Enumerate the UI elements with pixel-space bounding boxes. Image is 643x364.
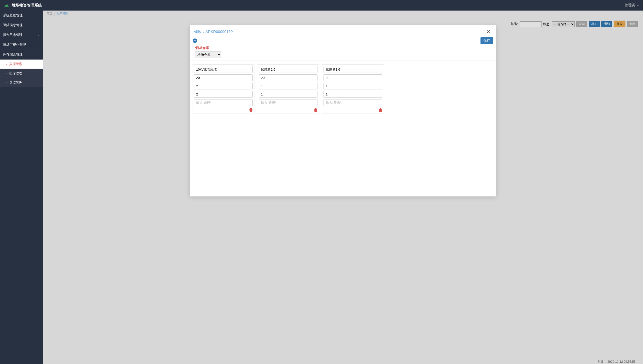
chevron-right-icon: › — [6, 63, 7, 66]
item-field-3[interactable] — [194, 91, 253, 98]
submenu-inbound[interactable]: › 入库管理 — [0, 60, 43, 69]
modal-record-id: ARKD00000150 — [205, 29, 233, 34]
item-barcode-input[interactable] — [194, 99, 253, 106]
modal-title: 修改：ARKD00000150 — [194, 29, 233, 34]
chevron-down-icon: ⌄ — [38, 34, 40, 36]
submenu-outbound[interactable]: › 出库管理 — [0, 69, 43, 78]
menu-op-log[interactable]: 操作日志管理 ⌄ — [0, 30, 43, 40]
main-content: 首页 | 入库管理 单号: 状态: ----请选择---- 查询 增加 明细 修… — [43, 11, 643, 364]
chevron-up-icon: ⌃ — [38, 53, 40, 56]
item-field-1[interactable] — [324, 74, 382, 81]
user-label: 管理员 — [625, 3, 635, 8]
item-name-input[interactable] — [259, 66, 317, 73]
modal-header: 修改：ARKD00000150 ✕ — [190, 25, 496, 36]
submenu-label: 出库管理 — [9, 71, 22, 76]
logo-icon — [4, 3, 9, 8]
menu-system-base[interactable]: 系统基础管理 ⌄ — [0, 11, 43, 20]
trash-icon[interactable] — [314, 108, 317, 112]
submenu-stocktake[interactable]: › 盘点管理 — [0, 78, 43, 87]
target-warehouse-label: *目标仓库 — [195, 46, 491, 50]
app-title: 堆场物资管理系统 — [12, 3, 42, 8]
target-warehouse-select[interactable]: 堆场仓库 — [195, 51, 221, 58]
topbar-left: 堆场物资管理系统 — [4, 3, 42, 8]
close-icon[interactable]: ✕ — [485, 29, 492, 35]
caret-down-icon: ▼ — [637, 4, 639, 7]
chevron-right-icon: › — [6, 81, 7, 84]
item-field-2[interactable] — [259, 83, 317, 89]
item-name-input[interactable] — [324, 66, 382, 73]
trash-icon[interactable] — [379, 108, 382, 112]
menu-label: 操作日志管理 — [3, 33, 23, 37]
item-field-1[interactable] — [194, 74, 253, 81]
item-name-input[interactable] — [194, 66, 253, 73]
target-label-text: 目标仓库 — [196, 46, 209, 50]
trash-icon[interactable] — [249, 108, 253, 112]
item-barcode-input[interactable] — [259, 99, 317, 106]
item-field-3[interactable] — [259, 91, 317, 98]
menu-inventory[interactable]: 库存综合管理 ⌃ — [0, 50, 43, 60]
item-field-2[interactable] — [324, 83, 382, 89]
cards-container — [190, 61, 496, 117]
save-button[interactable]: 保存 — [480, 37, 493, 44]
menu-label: 登陆信息管理 — [3, 23, 23, 27]
menu-label: 系统基础管理 — [3, 13, 23, 18]
modal-title-prefix: 修改： — [194, 29, 205, 34]
item-field-3[interactable] — [324, 91, 382, 98]
chevron-down-icon: ⌄ — [38, 14, 40, 17]
submenu-label: 盘点管理 — [9, 80, 22, 85]
target-warehouse-row: *目标仓库 堆场仓库 — [190, 46, 496, 61]
sidebar: 系统基础管理 ⌄ 登陆信息管理 ⌄ 操作日志管理 ⌄ 堆场可视化管理 库存综合管… — [0, 11, 43, 364]
modal-overlay: 修改：ARKD00000150 ✕ + 保存 *目标仓库 堆场仓库 — [43, 11, 643, 364]
menu-label: 堆场可视化管理 — [3, 42, 26, 47]
edit-modal: 修改：ARKD00000150 ✕ + 保存 *目标仓库 堆场仓库 — [190, 25, 496, 196]
item-card — [257, 64, 319, 114]
item-field-2[interactable] — [194, 83, 253, 89]
item-field-1[interactable] — [259, 74, 317, 81]
user-menu[interactable]: 管理员 ▼ — [625, 3, 639, 8]
modal-toolbar: + 保存 — [190, 36, 496, 46]
submenu-label: 入库管理 — [9, 62, 22, 66]
menu-label: 库存综合管理 — [3, 52, 23, 57]
item-barcode-input[interactable] — [324, 99, 382, 106]
menu-yard-visual[interactable]: 堆场可视化管理 — [0, 40, 43, 50]
chevron-down-icon: ⌄ — [38, 24, 40, 27]
item-card — [322, 64, 384, 114]
topbar: 堆场物资管理系统 管理员 ▼ — [0, 0, 643, 11]
menu-login-info[interactable]: 登陆信息管理 ⌄ — [0, 20, 43, 30]
chevron-right-icon: › — [6, 72, 7, 75]
item-card — [192, 64, 254, 114]
add-row-button[interactable]: + — [193, 38, 197, 43]
